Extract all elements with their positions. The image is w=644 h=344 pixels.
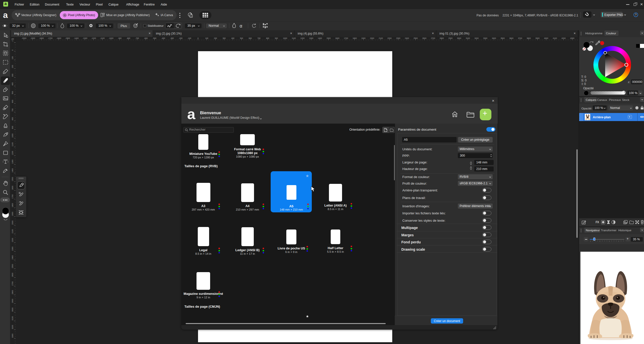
svg-text:2100: 2100: [11, 229, 14, 234]
svg-text:3200: 3200: [474, 37, 479, 39]
svg-text:2400: 2400: [11, 255, 14, 260]
svg-text:2300: 2300: [396, 37, 400, 39]
svg-text:-1100: -1100: [100, 37, 105, 39]
svg-text:2800: 2800: [440, 37, 444, 39]
svg-text:500: 500: [11, 91, 14, 94]
svg-text:2800: 2800: [11, 290, 14, 294]
svg-text:600: 600: [11, 100, 14, 103]
svg-text:700: 700: [257, 37, 261, 39]
svg-text:4200: 4200: [562, 37, 566, 39]
svg-text:900: 900: [11, 126, 14, 129]
svg-text:1700: 1700: [344, 37, 348, 39]
svg-text:1800: 1800: [353, 37, 357, 39]
svg-text:3200: 3200: [11, 325, 14, 329]
svg-text:100: 100: [11, 56, 14, 60]
svg-text:-1500: -1500: [65, 37, 70, 39]
svg-text:2300: 2300: [11, 247, 14, 251]
svg-text:-1200: -1200: [91, 37, 96, 39]
svg-text:300: 300: [11, 74, 14, 77]
svg-text:-500: -500: [153, 37, 156, 39]
svg-text:4000: 4000: [544, 37, 548, 39]
svg-text:-200: -200: [179, 37, 182, 39]
svg-text:2900: 2900: [448, 37, 453, 39]
svg-text:3000: 3000: [11, 307, 14, 312]
svg-text:600: 600: [249, 37, 252, 39]
svg-text:?: ?: [635, 13, 637, 16]
svg-text:1500: 1500: [326, 37, 331, 39]
svg-text:0: 0: [11, 50, 14, 51]
svg-text:-2000: -2000: [21, 37, 26, 39]
svg-text:-1700: -1700: [48, 37, 52, 39]
svg-text:2000: 2000: [11, 220, 14, 225]
svg-text:A: A: [190, 15, 192, 17]
svg-text:-700: -700: [135, 37, 139, 39]
svg-text:1500: 1500: [11, 177, 14, 181]
svg-text:3700: 3700: [518, 37, 522, 39]
svg-text:1200: 1200: [300, 37, 305, 39]
svg-text:1900: 1900: [361, 37, 366, 39]
svg-text:1100: 1100: [11, 142, 14, 146]
svg-text:2000: 2000: [370, 37, 374, 39]
svg-text:1600: 1600: [335, 37, 340, 39]
svg-text:800: 800: [11, 117, 14, 120]
svg-text:-100: -100: [11, 40, 14, 42]
svg-text:3600: 3600: [509, 37, 514, 39]
svg-text:2900: 2900: [11, 299, 14, 303]
svg-text:3300: 3300: [483, 37, 487, 39]
svg-text:1400: 1400: [11, 168, 14, 173]
svg-text:-600: -600: [144, 37, 148, 39]
svg-text:200: 200: [11, 65, 14, 68]
svg-text:-1600: -1600: [56, 37, 61, 39]
svg-text:1400: 1400: [318, 37, 322, 39]
svg-text:1100: 1100: [292, 37, 296, 39]
svg-text:200: 200: [214, 37, 217, 39]
svg-text:3400: 3400: [492, 37, 496, 39]
svg-text:2600: 2600: [11, 273, 14, 277]
svg-text:2200: 2200: [11, 238, 14, 242]
svg-text:-100: -100: [187, 37, 191, 39]
svg-text:4100: 4100: [553, 37, 557, 39]
svg-text:2100: 2100: [379, 37, 383, 39]
svg-text:-1000: -1000: [108, 37, 113, 39]
svg-text:2500: 2500: [413, 37, 418, 39]
svg-text:4300: 4300: [570, 37, 574, 39]
svg-text:1300: 1300: [309, 37, 313, 39]
svg-text:2500: 2500: [11, 264, 14, 268]
svg-text:-1800: -1800: [39, 37, 44, 39]
svg-text:400: 400: [231, 37, 235, 39]
svg-text:-900: -900: [118, 37, 122, 39]
svg-text:1000: 1000: [283, 37, 287, 39]
svg-text:3100: 3100: [466, 37, 470, 39]
svg-text:2700: 2700: [431, 37, 435, 39]
svg-text:-1300: -1300: [82, 37, 87, 39]
svg-text:-400: -400: [161, 37, 165, 39]
svg-text:700: 700: [11, 108, 14, 112]
svg-text:3800: 3800: [527, 37, 531, 39]
svg-text:2200: 2200: [387, 37, 392, 39]
svg-text:300: 300: [222, 37, 226, 39]
svg-text:1900: 1900: [11, 212, 14, 216]
svg-text:100: 100: [205, 37, 208, 39]
svg-text:-800: -800: [126, 37, 130, 39]
svg-text:400: 400: [11, 82, 14, 85]
svg-text:1300: 1300: [11, 160, 14, 164]
svg-text:3100: 3100: [11, 316, 14, 321]
svg-text:-300: -300: [170, 37, 174, 39]
svg-text:900: 900: [275, 37, 278, 39]
svg-text:3900: 3900: [535, 37, 540, 39]
svg-text:3500: 3500: [500, 37, 505, 39]
svg-text:2600: 2600: [422, 37, 427, 39]
svg-text:1600: 1600: [11, 186, 14, 190]
svg-text:2400: 2400: [405, 37, 409, 39]
svg-text:0: 0: [198, 37, 199, 39]
svg-text:500: 500: [240, 37, 243, 39]
svg-text:800: 800: [266, 37, 269, 39]
svg-text:1200: 1200: [11, 151, 14, 155]
svg-text:3000: 3000: [457, 37, 461, 39]
svg-text:1800: 1800: [11, 203, 14, 207]
svg-text:2700: 2700: [11, 281, 14, 286]
svg-text:-1900: -1900: [30, 37, 35, 39]
svg-text:3300: 3300: [11, 334, 14, 338]
svg-text:1000: 1000: [11, 133, 14, 138]
svg-text:-1400: -1400: [74, 37, 78, 39]
